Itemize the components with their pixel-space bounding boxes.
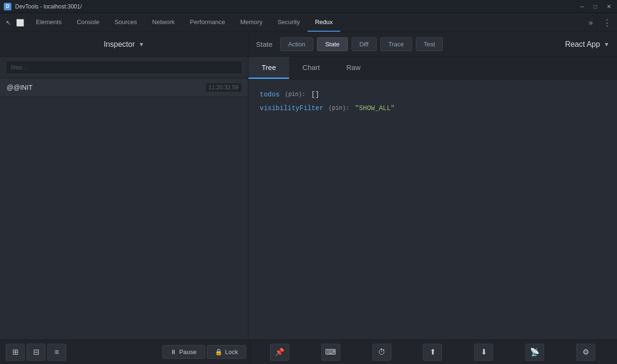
state-pin-visibility: (pin): bbox=[325, 104, 349, 114]
state-key-visibility: visibilityFilter bbox=[260, 103, 323, 114]
lock-icon: 🔒 bbox=[215, 348, 222, 355]
title-bar: D DevTools - localhost:3001/ ─ □ ✕ bbox=[0, 0, 617, 13]
state-value-visibility: "SHOW_ALL" bbox=[351, 103, 395, 114]
filter-input[interactable] bbox=[6, 61, 242, 74]
sub-tab-raw[interactable]: Raw bbox=[333, 57, 374, 79]
timer-button[interactable]: ⏱ bbox=[372, 344, 391, 361]
state-key-todos: todos bbox=[260, 89, 280, 101]
header-tab-trace[interactable]: Trace bbox=[380, 37, 412, 51]
toolbar-right: 📌 ⌨ ⏱ ⬆ ⬇ 📡 ⚙ bbox=[250, 344, 615, 361]
state-pin-todos: (pin): bbox=[282, 90, 305, 100]
toolbar-left: ⊞ ⊟ ≡ ⏸ Pause 🔒 Lock bbox=[2, 340, 250, 364]
main-content: Inspector ▼ @@INIT 11:20:32.59 State Act… bbox=[0, 32, 617, 339]
right-panel-header: State Action State Diff Trace Test React… bbox=[248, 32, 617, 57]
more-tabs-button[interactable]: » bbox=[585, 13, 597, 32]
tab-network[interactable]: Network bbox=[145, 13, 183, 32]
state-content-area: todos (pin): [] visibilityFilter (pin): … bbox=[248, 79, 617, 339]
title-bar-left: D DevTools - localhost:3001/ bbox=[4, 3, 82, 10]
tab-bar-menu[interactable]: ⋮ bbox=[597, 13, 617, 32]
tab-console[interactable]: Console bbox=[69, 13, 107, 32]
right-panel: State Action State Diff Trace Test React… bbox=[248, 32, 617, 339]
tab-performance[interactable]: Performance bbox=[182, 13, 232, 32]
state-line-visibility: visibilityFilter (pin): "SHOW_ALL" bbox=[260, 103, 606, 114]
tab-security[interactable]: Security bbox=[270, 13, 308, 32]
action-list: @@INIT 11:20:32.59 bbox=[0, 78, 248, 339]
action-name: @@INIT bbox=[7, 84, 33, 91]
sub-tab-tree[interactable]: Tree bbox=[248, 57, 289, 79]
upload-button[interactable]: ⬆ bbox=[423, 344, 442, 361]
tab-redux[interactable]: Redux bbox=[308, 13, 341, 32]
react-app-dropdown-icon[interactable]: ▼ bbox=[604, 41, 609, 48]
menu-dots-icon[interactable]: ⋮ bbox=[603, 17, 611, 28]
bottom-toolbar: ⊞ ⊟ ≡ ⏸ Pause 🔒 Lock 📌 ⌨ ⏱ ⬆ ⬇ 📡 ⚙ bbox=[0, 339, 617, 364]
action-item[interactable]: @@INIT 11:20:32.59 bbox=[0, 78, 248, 97]
lock-button[interactable]: 🔒 Lock bbox=[207, 345, 246, 359]
header-tab-action[interactable]: Action bbox=[280, 37, 313, 51]
device-icon[interactable]: ⬜ bbox=[15, 18, 25, 27]
tab-memory[interactable]: Memory bbox=[233, 13, 270, 32]
filter-view-button[interactable]: ≡ bbox=[47, 344, 66, 361]
inspector-dropdown-icon[interactable]: ▼ bbox=[139, 41, 144, 48]
settings-button[interactable]: ⚙ bbox=[576, 344, 595, 361]
close-button[interactable]: ✕ bbox=[605, 3, 613, 10]
header-tab-state[interactable]: State bbox=[317, 37, 347, 51]
window-controls: ─ □ ✕ bbox=[578, 3, 613, 10]
tab-bar: ↖ ⬜ Elements Console Sources Network Per… bbox=[0, 13, 617, 32]
sub-tabs: Tree Chart Raw bbox=[248, 57, 617, 79]
pause-label: Pause bbox=[179, 348, 197, 355]
state-line-todos: todos (pin): [] bbox=[260, 89, 606, 101]
filter-bar bbox=[0, 57, 248, 78]
state-value-todos: [] bbox=[307, 89, 319, 101]
window-title: DevTools - localhost:3001/ bbox=[15, 3, 82, 10]
maximize-button[interactable]: □ bbox=[592, 3, 599, 10]
inspector-title: Inspector bbox=[104, 40, 135, 49]
grid-view-button[interactable]: ⊞ bbox=[6, 344, 25, 361]
pause-icon: ⏸ bbox=[170, 348, 176, 355]
header-tab-diff[interactable]: Diff bbox=[352, 37, 377, 51]
state-section-label: State bbox=[256, 40, 273, 48]
sub-tab-chart[interactable]: Chart bbox=[289, 57, 333, 79]
list-view-button[interactable]: ⊟ bbox=[26, 344, 45, 361]
main-tabs: Elements Console Sources Network Perform… bbox=[28, 13, 585, 32]
tab-sources[interactable]: Sources bbox=[107, 13, 145, 32]
left-panel: Inspector ▼ @@INIT 11:20:32.59 bbox=[0, 32, 248, 339]
pause-button[interactable]: ⏸ Pause bbox=[162, 345, 205, 359]
tab-elements[interactable]: Elements bbox=[28, 13, 69, 32]
lock-label: Lock bbox=[225, 348, 238, 355]
cursor-icon[interactable]: ↖ bbox=[4, 18, 13, 27]
signal-button[interactable]: 📡 bbox=[525, 344, 544, 361]
react-app-title: React App bbox=[565, 40, 600, 49]
action-time: 11:20:32.59 bbox=[206, 83, 241, 92]
download-button[interactable]: ⬇ bbox=[474, 344, 493, 361]
minimize-button[interactable]: ─ bbox=[578, 3, 586, 10]
header-tab-test[interactable]: Test bbox=[416, 37, 443, 51]
inspector-header: Inspector ▼ bbox=[0, 32, 248, 57]
devtools-nav-icons: ↖ ⬜ bbox=[0, 13, 28, 32]
keyboard-button[interactable]: ⌨ bbox=[321, 344, 340, 361]
devtools-logo-icon: D bbox=[4, 3, 11, 10]
pin-button[interactable]: 📌 bbox=[270, 344, 289, 361]
